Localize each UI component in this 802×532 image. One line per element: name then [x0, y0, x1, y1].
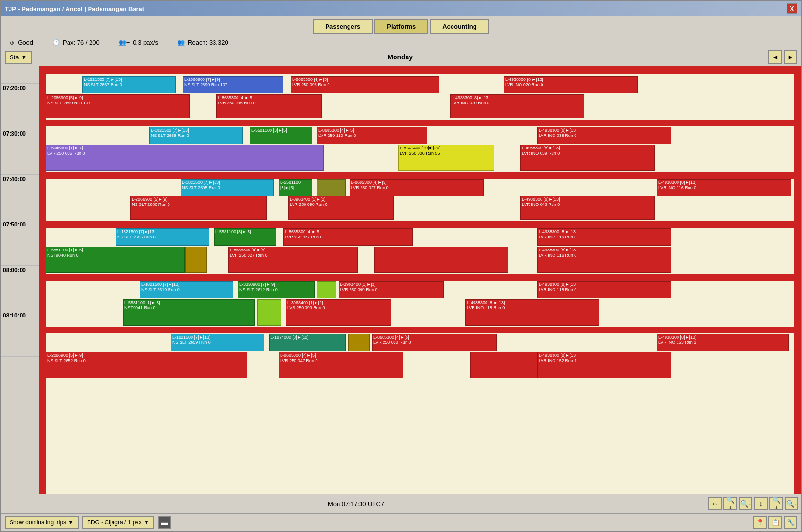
trip-l2066900-2680[interactable]: L-2066900 [5]►[9]NS SLT 2680 Run 0: [130, 196, 267, 220]
prev-day-button[interactable]: ◄: [768, 50, 782, 64]
trip-big-red-2[interactable]: L-4938300 [8]►[13]LVR INO 118 Run 0: [465, 299, 599, 326]
tab-accounting[interactable]: Accounting: [430, 19, 489, 34]
route-arrow: ▼: [144, 519, 149, 526]
map-pin-button[interactable]: 📍: [753, 516, 767, 529]
time-slot-0810: 08:10:00: [1, 311, 39, 357]
zoom-in-v-button[interactable]: 🔍+: [769, 497, 783, 510]
trip-l8685300-110[interactable]: L-8685300 [4]►[5]LVR 250 110 Run 0: [317, 127, 427, 144]
trip-l4938300-116-3[interactable]: L-4938300 [8]►[13]LVR INO 116 Run 0: [537, 247, 671, 273]
trip-l1874000[interactable]: L-1874000 [8]►[10]: [269, 334, 346, 351]
trip-l2066900-2652[interactable]: L-2066900 [5]►[9]NS SLT 2652 Run 0: [46, 352, 247, 378]
dominating-trips-dropdown[interactable]: Show dominating trips ▼: [5, 516, 79, 529]
dominating-trips-label: Show dominating trips: [10, 519, 66, 526]
day-nav: Sta ▼ Monday ◄ ►: [1, 48, 801, 66]
trip-l4938300-152[interactable]: L-4938300 [8]►[13]LVR INO 152 Run 1: [537, 352, 671, 378]
trip-l1821500-2605-2[interactable]: L-1821500 [7]►[13]NS SLT 2605 Run 0: [116, 228, 209, 246]
trip-gold-2[interactable]: [185, 247, 207, 273]
trip-l8685300-047[interactable]: L-8685300 [4]►[5]LVR 250 047 Run 0: [279, 352, 403, 378]
zoom-out-button[interactable]: 🔍-: [739, 497, 752, 510]
trip-l4938300-153[interactable]: L-4938300 [8]►[13]LVR INO 153 Run 1: [657, 334, 789, 351]
title-bar: TJP - Pademangan / Ancol | Pademangan Ba…: [1, 1, 801, 16]
zoom-out-v-button[interactable]: 🔍-: [785, 497, 798, 510]
pax-label: Pax: 76 / 200: [63, 39, 100, 46]
red-bar-0800: [46, 274, 794, 281]
timestamp-label: Mon 07:17:30 UTC7: [4, 500, 708, 508]
trip-lime-2[interactable]: [257, 299, 281, 326]
schedule-wrapper: L-1821500 [7]►[13]NS SLT 2667 Run 0 L-20…: [39, 66, 801, 494]
trip-l1821500-2605[interactable]: L-1821500 [7]►[13]NS SLT 2605 Run 0: [181, 179, 274, 196]
trip-l8685300-050[interactable]: L-8685300 [4]►[5]LVR 250 050 Run 0: [372, 334, 497, 351]
top-red-bar: [46, 66, 794, 74]
trip-l3963400-096[interactable]: L-3963400 [1]►[2]LVR 250 096 Run 0: [288, 196, 394, 220]
mood-status: ☺ Good: [9, 39, 33, 46]
trip-l4938300-020-2[interactable]: L-4938300 [8]►[13]LVR INO 020 Run 0: [450, 94, 584, 118]
trip-nst9041[interactable]: L-5581100 [1]►[5]NST9041 Run 0: [123, 299, 255, 326]
trip-l4938300-039[interactable]: L-4938300 [8]►[13]LVR INO 039 Run 0: [520, 145, 655, 171]
trip-l5141400[interactable]: L-5141400 [19]►[20]LVR 250 006 Run 55: [398, 145, 494, 171]
trip-l4938300-118-1[interactable]: L-4938300 [8]►[13]LVR INO 118 Run 0: [537, 281, 671, 298]
tools-button[interactable]: 🔧: [784, 516, 797, 529]
route-label: BDG - Cijagra / 1 pax: [87, 519, 142, 526]
trip-l8685300-095-2[interactable]: L-8685300 [4]►[5]LVR 250 095 Run 0: [216, 94, 322, 118]
trip-l4938300-116-1[interactable]: L-4938300 [8]►[13]LVR INO 116 Run 0: [657, 179, 791, 196]
zoom-in-button[interactable]: 🔍+: [723, 497, 737, 510]
reach-label: Reach: 33,320: [188, 39, 228, 46]
trip-lime-1[interactable]: [317, 281, 336, 298]
rate-status: 👥+ 0.3 pax/s: [119, 39, 158, 46]
trip-l8685300-095-1[interactable]: L-8685300 [4]►[5]LVR 250 095 Run 0: [291, 76, 439, 93]
red-bar-0740: [46, 172, 794, 179]
close-button[interactable]: X: [787, 3, 797, 14]
mood-icon: ☺: [9, 39, 15, 46]
bottom-bar: Mon 07:17:30 UTC7 ↔ 🔍+ 🔍- ↕ 🔍+ 🔍-: [1, 494, 801, 513]
trip-l8685300-027-3[interactable]: L-8685300 [4]►[5]LVR 250 027 Run 0: [228, 247, 358, 273]
red-strip-right: [794, 66, 801, 494]
time-column: 07:20:00 07:30:00 07:40:00 07:50:00 08:0…: [1, 66, 39, 494]
time-slot-0750: 07:50:00: [1, 220, 39, 266]
fit-width-button[interactable]: ↔: [708, 497, 722, 510]
tab-passengers[interactable]: Passengers: [313, 19, 373, 34]
trip-big-red-1[interactable]: [374, 247, 508, 273]
fit-height-button[interactable]: ↕: [754, 497, 768, 510]
sta-dropdown[interactable]: Sta ▼: [5, 51, 32, 64]
dominating-trips-arrow: ▼: [68, 519, 74, 526]
reach-status: 👥 Reach: 33,320: [177, 39, 228, 46]
trip-l8685300-027-1[interactable]: L-8685300 [4]►[5]LVR 250 027 Run 0: [350, 179, 484, 196]
trip-l8685300-027-2[interactable]: L-8685300 [4]►[5]LVR 250 027 Run 0: [283, 228, 413, 246]
trip-l3963400-099-2[interactable]: L-3963400 [1]►[2]LVR 250 099 Run 0: [286, 299, 391, 326]
trip-nst9040[interactable]: L-5581100 [1]►[5]NST9040 Run 0: [46, 247, 185, 273]
main-window: TJP - Pademangan / Ancol | Pademangan Ba…: [0, 0, 802, 532]
trip-l5581100-110[interactable]: L-5581100 [3]►[5]: [250, 127, 312, 144]
trip-l3350900-2612[interactable]: L-3350900 [7]►[9]NS SLT 2612 Run 0: [238, 281, 315, 298]
rate-label: 0.3 pax/s: [133, 39, 158, 46]
trip-l6046900[interactable]: L-6046900 [1]►[7]LVR 250 035 Run 0: [46, 145, 324, 171]
trip-l2066900-2690[interactable]: L-2066900 [7]►[9]NS SLT 2690 Run 107: [183, 76, 283, 93]
trip-l5581100-2605-2[interactable]: L-5581100 [3]►[5]: [214, 228, 276, 246]
trip-l4938300-116-2[interactable]: L-4938300 [8]►[13]LVR INO 116 Run 0: [537, 228, 671, 246]
trip-l5581100-2605[interactable]: L-5581100 [3]►[5]: [279, 179, 312, 196]
tab-platforms[interactable]: Platforms: [374, 19, 428, 34]
red-bar-0730: [46, 120, 794, 126]
time-slot-empty: [1, 66, 39, 84]
trip-l2066900-2690-2[interactable]: L-2066900 [5]►[9]NS SLT 2690 Run 107: [46, 94, 190, 118]
table-button[interactable]: 📋: [768, 516, 782, 529]
trip-gold-1[interactable]: [317, 179, 346, 196]
trip-l1821500-2668[interactable]: L-1821500 [7]►[13]NS SLT 2668 Run 0: [149, 127, 243, 144]
red-bar-0750: [46, 221, 794, 228]
trip-l3963400-099[interactable]: L-3963400 [1]►[2]LVR 250 099 Run 0: [339, 281, 444, 298]
trip-l4938300-038[interactable]: L-4938300 [8]►[13]LVR INO 038 Run 0: [537, 127, 671, 144]
next-day-button[interactable]: ►: [784, 50, 797, 64]
trip-l4938300-048[interactable]: L-4938300 [8]►[13]LVR INO 048 Run 0: [520, 196, 655, 220]
trip-l1821500-2619[interactable]: L-1821500 [7]►[13]NS SLT 2619 Run 0: [140, 281, 233, 298]
route-icon-button[interactable]: ▬: [158, 516, 171, 529]
rate-icon: 👥+: [119, 39, 130, 46]
trip-gold-3[interactable]: [348, 334, 370, 351]
time-slot-0740: 07:40:00: [1, 175, 39, 220]
mood-label: Good: [18, 39, 33, 46]
trip-l1821500-2659[interactable]: L-1821500 [7]►[13]NS SLT 2659 Run 0: [171, 334, 264, 351]
trip-l1821500-2667[interactable]: L-1821500 [7]►[13]NS SLT 2667 Run 0: [82, 76, 176, 93]
red-bar-0810: [46, 327, 794, 333]
trip-l4938300-020-1[interactable]: L-4938300 [8]►[13]LVR INO 020 Run 0: [504, 76, 638, 93]
route-dropdown[interactable]: BDG - Cijagra / 1 pax ▼: [82, 516, 154, 529]
reach-icon: 👥: [177, 39, 185, 46]
time-slot-0720: 07:20:00: [1, 84, 39, 129]
